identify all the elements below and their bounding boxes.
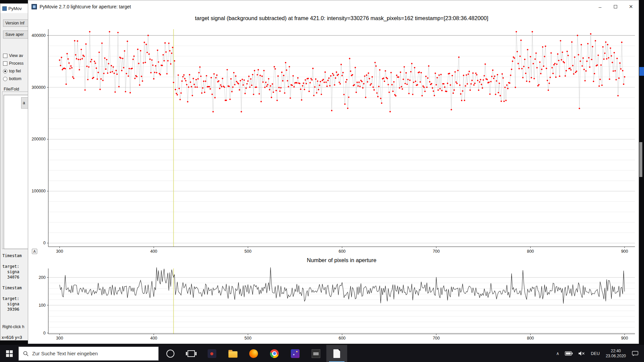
svg-text:700: 700 [433,249,440,254]
battery-indicator[interactable] [562,345,576,362]
main-window-title: PyMov [8,6,22,11]
media-player-icon [208,349,216,358]
photos-icon [312,349,320,358]
svg-text:300: 300 [56,249,63,254]
taskbar-clock[interactable]: 22:40 23.06.2020 [602,349,629,359]
clock-time: 22:40 [611,349,621,354]
top-field-radio-row[interactable]: top fiel [3,69,21,73]
taskbar-search[interactable]: Zur Suche Text hier eingeben [18,347,159,361]
svg-text:300000: 300000 [32,85,46,90]
notification-icon [632,351,639,356]
cursor-position-status: x=616 y=3 [2,335,22,340]
task-view-icon [187,350,195,357]
lightcurve-plots[interactable]: 3004005006007008009000100000200000300000… [28,0,639,344]
svg-text:900: 900 [621,336,628,341]
window-controls: – ✕ [592,0,639,13]
system-tray: ∧ DEU 22:40 23.06.2020 [553,345,644,362]
checkbox-label: Process [9,61,23,66]
taskbar-app-cortana[interactable] [160,345,181,362]
svg-text:0: 0 [43,241,46,245]
clock-date: 23.06.2020 [606,354,626,359]
checkbox-label: View av [9,53,23,58]
plot-window-titlebar[interactable]: PyMovie 2.7.0 lightcurve for aperture: t… [28,0,639,13]
tray-expand-button[interactable]: ∧ [553,345,562,362]
radio-label: bottom [9,76,21,81]
chart1-title: target signal (background subtracted) at… [48,15,635,21]
svg-text:400: 400 [150,249,157,254]
chart2-title: Number of pixels in aperture [48,257,635,263]
svg-text:500: 500 [245,336,252,341]
cortana-icon [166,350,174,358]
search-placeholder-text: Zur Suche Text hier eingeben [32,351,98,356]
svg-text:600: 600 [338,336,345,341]
view-avg-checkbox-row[interactable]: View av [3,53,23,58]
taskbar-app-firefox[interactable] [243,345,264,362]
movie-app-icon [291,349,300,358]
checkbox-icon[interactable] [3,54,7,58]
volume-indicator[interactable] [576,345,588,362]
taskbar-app-chrome[interactable] [264,345,285,362]
firefox-icon [249,349,258,358]
svg-text:900: 900 [621,249,628,254]
autorange-button[interactable]: A [32,249,37,254]
lightcurve-window: 3004005006007008009000100000200000300000… [28,0,639,344]
plot-window-title: PyMovie 2.7.0 lightcurve for aperture: t… [40,4,131,9]
taskbar-app-photos[interactable] [306,345,326,362]
battery-icon [565,351,573,356]
speaker-muted-icon [578,351,586,356]
svg-text:100: 100 [39,303,46,308]
minimize-icon: – [599,4,601,10]
search-icon [23,351,29,357]
svg-text:400000: 400000 [32,33,46,38]
radio-icon[interactable] [3,77,7,81]
windows-logo-icon [6,350,13,357]
chevron-up-icon: ∧ [556,351,559,356]
app-icon [2,6,7,11]
taskbar: Zur Suche Text hier eingeben ∧ DEU 22:40 [0,345,644,362]
timestamp-info-text: Timestam target: signa 34076 Timestam ta… [2,253,22,312]
desktop-accent-gray [639,142,642,177]
svg-text:200: 200 [39,275,46,280]
svg-text:600: 600 [338,249,345,254]
maximize-icon [614,5,617,8]
close-icon: ✕ [629,4,633,10]
checkbox-icon[interactable] [3,61,7,66]
minimize-button[interactable]: – [592,0,608,13]
svg-text:400: 400 [150,336,157,341]
window-icon [32,4,37,9]
svg-text:100000: 100000 [32,189,46,193]
right-click-hint: Right-click h [2,324,24,329]
action-center-button[interactable] [629,345,641,362]
document-icon [333,349,340,358]
taskbar-app-media-player[interactable] [202,345,222,362]
taskbar-app-file-explorer[interactable] [222,345,243,362]
main-window-titlebar[interactable]: PyMov [0,4,32,13]
file-explorer-icon [228,351,237,358]
taskbar-app-movie-app[interactable] [285,345,306,362]
svg-text:800: 800 [527,336,534,341]
svg-text:800: 800 [527,249,534,254]
svg-text:300: 300 [56,336,63,341]
svg-text:200000: 200000 [32,137,46,141]
process-checkbox-row[interactable]: Process [3,61,23,66]
taskbar-app-document-active[interactable] [326,345,347,362]
start-button[interactable] [0,345,18,362]
bottom-field-radio-row[interactable]: bottom [3,76,21,81]
svg-text:500: 500 [245,249,252,254]
chrome-icon [270,349,279,358]
svg-text:0: 0 [43,331,46,336]
taskbar-app-task-view[interactable] [181,345,202,362]
radio-label: top fiel [9,69,21,73]
maximize-button[interactable] [608,0,623,13]
desktop-accent-blue [639,67,644,76]
radio-icon-selected[interactable] [3,69,7,73]
file-folder-group-label: File/Fold [4,87,19,92]
svg-text:700: 700 [433,336,440,341]
keyboard-language[interactable]: DEU [588,345,602,362]
close-button[interactable]: ✕ [623,0,639,13]
pymovie-main-window: PyMov Version Inf Save aper View av Proc… [0,3,32,341]
